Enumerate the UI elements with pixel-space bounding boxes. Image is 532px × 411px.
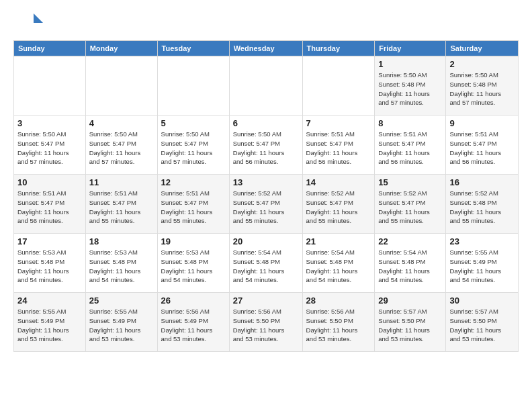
calendar-cell: 2Sunrise: 5:50 AMSunset: 5:48 PMDaylight…	[446, 56, 519, 116]
calendar-cell: 16Sunrise: 5:52 AMSunset: 5:48 PMDayligh…	[446, 175, 519, 234]
day-number: 21	[306, 236, 371, 246]
day-info: Sunrise: 5:52 AMSunset: 5:47 PMDaylight:…	[378, 189, 442, 226]
day-info: Sunrise: 5:52 AMSunset: 5:48 PMDaylight:…	[449, 189, 515, 226]
day-info: Sunrise: 5:54 AMSunset: 5:48 PMDaylight:…	[233, 248, 299, 285]
day-number: 10	[17, 177, 82, 187]
calendar-cell	[14, 56, 86, 116]
day-number: 24	[17, 295, 82, 306]
logo: General Blue	[13, 11, 46, 35]
week-row-1: 1Sunrise: 5:50 AMSunset: 5:48 PMDaylight…	[14, 56, 519, 116]
calendar-cell	[157, 56, 229, 116]
day-info: Sunrise: 5:54 AMSunset: 5:48 PMDaylight:…	[306, 248, 371, 285]
calendar-cell: 26Sunrise: 5:56 AMSunset: 5:49 PMDayligh…	[157, 293, 229, 352]
day-info: Sunrise: 5:50 AMSunset: 5:47 PMDaylight:…	[17, 130, 82, 167]
calendar-page: General Blue SundayMondayTuesdayWednesda…	[0, 0, 532, 411]
calendar-cell: 30Sunrise: 5:57 AMSunset: 5:50 PMDayligh…	[446, 293, 519, 352]
calendar-cell: 11Sunrise: 5:51 AMSunset: 5:47 PMDayligh…	[85, 175, 157, 234]
calendar-cell: 13Sunrise: 5:52 AMSunset: 5:47 PMDayligh…	[229, 175, 302, 234]
week-row-2: 3Sunrise: 5:50 AMSunset: 5:47 PMDaylight…	[14, 116, 519, 175]
calendar-cell: 27Sunrise: 5:56 AMSunset: 5:50 PMDayligh…	[229, 293, 302, 352]
calendar-cell	[85, 56, 157, 116]
day-number: 3	[17, 118, 82, 128]
day-number: 19	[161, 236, 226, 246]
day-number: 26	[161, 295, 226, 306]
day-number: 12	[161, 177, 226, 187]
weekday-header-saturday: Saturday	[446, 41, 519, 56]
calendar-cell: 7Sunrise: 5:51 AMSunset: 5:47 PMDaylight…	[302, 116, 375, 175]
weekday-header-wednesday: Wednesday	[229, 41, 302, 56]
day-number: 4	[89, 118, 154, 128]
day-info: Sunrise: 5:51 AMSunset: 5:47 PMDaylight:…	[378, 130, 442, 167]
calendar-cell: 4Sunrise: 5:50 AMSunset: 5:47 PMDaylight…	[85, 116, 157, 175]
weekday-header-tuesday: Tuesday	[157, 41, 229, 56]
day-number: 27	[233, 295, 299, 306]
day-number: 20	[233, 236, 299, 246]
day-info: Sunrise: 5:55 AMSunset: 5:49 PMDaylight:…	[449, 248, 515, 285]
calendar-cell: 3Sunrise: 5:50 AMSunset: 5:47 PMDaylight…	[14, 116, 86, 175]
day-info: Sunrise: 5:53 AMSunset: 5:48 PMDaylight:…	[89, 248, 154, 285]
day-number: 30	[449, 295, 515, 306]
day-number: 29	[378, 295, 442, 306]
week-row-5: 24Sunrise: 5:55 AMSunset: 5:49 PMDayligh…	[14, 293, 519, 352]
weekday-header-thursday: Thursday	[302, 41, 375, 56]
day-info: Sunrise: 5:55 AMSunset: 5:49 PMDaylight:…	[89, 307, 154, 344]
calendar-cell: 18Sunrise: 5:53 AMSunset: 5:48 PMDayligh…	[85, 234, 157, 293]
calendar-cell: 21Sunrise: 5:54 AMSunset: 5:48 PMDayligh…	[302, 234, 375, 293]
day-info: Sunrise: 5:52 AMSunset: 5:47 PMDaylight:…	[233, 189, 299, 226]
day-info: Sunrise: 5:54 AMSunset: 5:48 PMDaylight:…	[378, 248, 442, 285]
day-number: 23	[449, 236, 515, 246]
calendar-cell: 24Sunrise: 5:55 AMSunset: 5:49 PMDayligh…	[14, 293, 86, 352]
calendar-cell: 28Sunrise: 5:56 AMSunset: 5:50 PMDayligh…	[302, 293, 375, 352]
week-row-3: 10Sunrise: 5:51 AMSunset: 5:47 PMDayligh…	[14, 175, 519, 234]
logo-svg	[13, 11, 43, 35]
calendar-cell: 10Sunrise: 5:51 AMSunset: 5:47 PMDayligh…	[14, 175, 86, 234]
day-info: Sunrise: 5:56 AMSunset: 5:50 PMDaylight:…	[233, 307, 299, 344]
weekday-header-row: SundayMondayTuesdayWednesdayThursdayFrid…	[14, 41, 519, 56]
calendar-header: SundayMondayTuesdayWednesdayThursdayFrid…	[14, 41, 519, 56]
day-number: 5	[161, 118, 226, 128]
calendar-cell: 20Sunrise: 5:54 AMSunset: 5:48 PMDayligh…	[229, 234, 302, 293]
weekday-header-friday: Friday	[375, 41, 446, 56]
day-info: Sunrise: 5:51 AMSunset: 5:47 PMDaylight:…	[89, 189, 154, 226]
day-info: Sunrise: 5:50 AMSunset: 5:48 PMDaylight:…	[449, 71, 515, 107]
day-info: Sunrise: 5:57 AMSunset: 5:50 PMDaylight:…	[378, 307, 442, 344]
day-info: Sunrise: 5:51 AMSunset: 5:47 PMDaylight:…	[306, 130, 371, 167]
calendar-cell: 25Sunrise: 5:55 AMSunset: 5:49 PMDayligh…	[85, 293, 157, 352]
day-number: 16	[449, 177, 515, 187]
calendar-cell: 1Sunrise: 5:50 AMSunset: 5:48 PMDaylight…	[375, 56, 446, 116]
day-info: Sunrise: 5:51 AMSunset: 5:47 PMDaylight:…	[449, 130, 515, 167]
day-info: Sunrise: 5:52 AMSunset: 5:47 PMDaylight:…	[306, 189, 371, 226]
day-number: 2	[449, 59, 515, 69]
day-info: Sunrise: 5:57 AMSunset: 5:50 PMDaylight:…	[449, 307, 515, 344]
day-number: 13	[233, 177, 299, 187]
calendar-cell: 8Sunrise: 5:51 AMSunset: 5:47 PMDaylight…	[375, 116, 446, 175]
day-info: Sunrise: 5:50 AMSunset: 5:48 PMDaylight:…	[378, 71, 442, 107]
calendar-body: 1Sunrise: 5:50 AMSunset: 5:48 PMDaylight…	[14, 56, 519, 352]
day-number: 15	[378, 177, 442, 187]
day-number: 6	[233, 118, 299, 128]
day-info: Sunrise: 5:51 AMSunset: 5:47 PMDaylight:…	[161, 189, 226, 226]
header: General Blue	[13, 11, 519, 35]
day-number: 11	[89, 177, 154, 187]
calendar-cell: 22Sunrise: 5:54 AMSunset: 5:48 PMDayligh…	[375, 234, 446, 293]
day-number: 22	[378, 236, 442, 246]
day-info: Sunrise: 5:55 AMSunset: 5:49 PMDaylight:…	[17, 307, 82, 344]
day-number: 8	[378, 118, 442, 128]
weekday-header-monday: Monday	[85, 41, 157, 56]
day-info: Sunrise: 5:56 AMSunset: 5:50 PMDaylight:…	[306, 307, 371, 344]
day-number: 25	[89, 295, 154, 306]
day-number: 9	[449, 118, 515, 128]
day-number: 17	[17, 236, 82, 246]
calendar-cell	[302, 56, 375, 116]
day-info: Sunrise: 5:53 AMSunset: 5:48 PMDaylight:…	[161, 248, 226, 285]
day-info: Sunrise: 5:50 AMSunset: 5:47 PMDaylight:…	[233, 130, 299, 167]
calendar-cell: 6Sunrise: 5:50 AMSunset: 5:47 PMDaylight…	[229, 116, 302, 175]
calendar-cell	[229, 56, 302, 116]
calendar-cell: 29Sunrise: 5:57 AMSunset: 5:50 PMDayligh…	[375, 293, 446, 352]
weekday-header-sunday: Sunday	[14, 41, 86, 56]
calendar-cell: 12Sunrise: 5:51 AMSunset: 5:47 PMDayligh…	[157, 175, 229, 234]
day-info: Sunrise: 5:51 AMSunset: 5:47 PMDaylight:…	[17, 189, 82, 226]
calendar-cell: 15Sunrise: 5:52 AMSunset: 5:47 PMDayligh…	[375, 175, 446, 234]
calendar-cell: 17Sunrise: 5:53 AMSunset: 5:48 PMDayligh…	[14, 234, 86, 293]
calendar-cell: 9Sunrise: 5:51 AMSunset: 5:47 PMDaylight…	[446, 116, 519, 175]
